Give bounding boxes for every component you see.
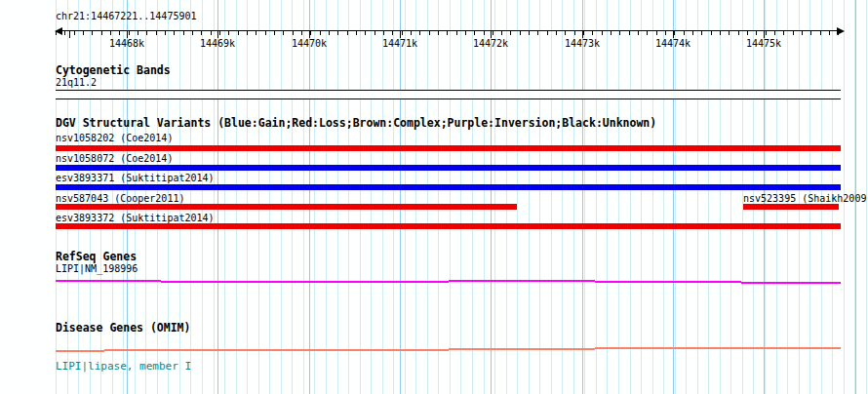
refseq-section-title: RefSeq Genes [56,251,137,263]
variant-label[interactable]: nsv1058072 (Coe2014) [56,153,173,165]
tick-label: 14472k [473,38,508,50]
variant-label[interactable]: esv3893371 (Suktitipat2014) [56,173,215,184]
variant-bar[interactable] [56,204,517,210]
gene-line-segment [449,348,595,350]
gene-line-segment [595,347,841,349]
tick-label: 14473k [565,38,600,50]
ruler-major-ticks [56,31,842,38]
variant-bar[interactable] [56,145,841,151]
omim-gene-label[interactable]: LIPI|lipase, member I [56,360,191,373]
cytoband-section-title: Cytogenetic Bands [56,64,171,77]
tick-label: 14469k [200,38,235,50]
cytoband-name: 21q11.2 [56,77,97,89]
gene-line-segment [595,281,741,283]
gene-line-segment [161,281,449,283]
variant-bar[interactable] [56,165,841,171]
tick-label: 14475k [746,38,781,50]
gene-line-segment [104,349,449,351]
gene-line-segment [56,280,161,282]
tick-label: 14474k [655,38,690,50]
dgv-section-title: DGV Structural Variants (Blue:Gain;Red:L… [56,117,656,130]
variant-bar[interactable] [56,184,841,190]
genome-browser-view: chr21:14467221..14475901 14468k 14469k 1… [0,0,868,394]
region-label: chr21:14467221..14475901 [56,11,197,22]
tick-label: 14471k [382,38,417,50]
variant-label[interactable]: nsv1058202 (Coe2014) [56,133,173,144]
tick-label: 14470k [292,38,327,50]
tick-label: 14468k [109,38,144,50]
variant-bar[interactable] [743,204,839,210]
refseq-gene-label[interactable]: LIPI|NM_198996 [56,263,138,275]
gene-line-segment [449,280,595,282]
gene-line-segment [56,350,104,352]
cytoband-bar[interactable] [56,90,841,99]
omim-section-title: Disease Genes (OMIM) [56,322,190,335]
gene-line-segment [741,282,841,284]
variant-bar[interactable] [56,223,841,229]
